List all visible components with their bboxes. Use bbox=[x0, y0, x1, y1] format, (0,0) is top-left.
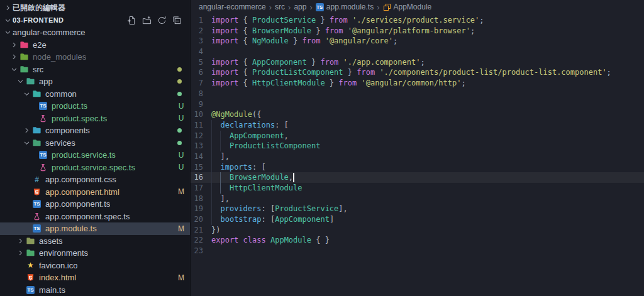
chevron-down-icon[interactable] bbox=[21, 89, 31, 99]
code-line-7[interactable]: 7import { HttpClientModule } from '@angu… bbox=[191, 78, 644, 89]
git-change-dot bbox=[177, 79, 182, 84]
chevron-slot bbox=[28, 113, 38, 123]
code-line-23[interactable]: 23 bbox=[191, 246, 644, 256]
chevron-right-icon[interactable] bbox=[15, 236, 25, 246]
tree-item-favicon.ico[interactable]: ★favicon.ico bbox=[0, 260, 190, 272]
tree-item-product.ts[interactable]: TSproduct.tsU bbox=[0, 100, 190, 112]
breadcrumb-label: src bbox=[275, 3, 285, 11]
chevron-right-icon[interactable] bbox=[15, 248, 25, 258]
tree-item-app[interactable]: app bbox=[0, 75, 190, 88]
tree-item-app.component.css[interactable]: #app.component.css bbox=[0, 173, 190, 186]
breadcrumb-item-app[interactable]: app bbox=[294, 3, 306, 11]
open-editors-header[interactable]: 已開啟的編輯器 bbox=[0, 1, 190, 14]
chevron-slot bbox=[15, 285, 25, 295]
tree-item-src[interactable]: src bbox=[0, 63, 190, 76]
code-line-14[interactable]: 14 ], bbox=[191, 151, 644, 162]
git-change-dot bbox=[177, 67, 182, 72]
git-status-badge: U bbox=[178, 163, 184, 172]
folder-icon bbox=[31, 138, 42, 148]
chevron-down-icon[interactable] bbox=[3, 28, 13, 38]
code-line-4[interactable]: 4 bbox=[191, 47, 644, 57]
tree-item-e2e[interactable]: e2e bbox=[0, 39, 190, 52]
indent-guide bbox=[211, 194, 212, 204]
code-line-16[interactable]: 16 BrowserModule, bbox=[191, 172, 644, 183]
tree-item-common[interactable]: common bbox=[0, 88, 190, 101]
tree-item-app.component.spec.ts[interactable]: app.component.spec.ts bbox=[0, 211, 190, 223]
code-line-13[interactable]: 13 ProductListComponent bbox=[191, 141, 644, 151]
class-symbol-icon bbox=[383, 3, 391, 11]
chevron-right-icon[interactable] bbox=[3, 3, 13, 13]
code-line-11[interactable]: 11 declarations: [ bbox=[191, 120, 644, 131]
line-text: import { AppComponent } from './app.comp… bbox=[211, 57, 644, 68]
indent-guide bbox=[211, 162, 212, 173]
tree-item-app.module.ts[interactable]: TSapp.module.tsM bbox=[0, 222, 190, 235]
chevron-down-icon[interactable] bbox=[3, 15, 13, 25]
code-area[interactable]: 1import { ProductService } from './servi… bbox=[191, 14, 644, 296]
tree-item-product.service.ts[interactable]: TSproduct.service.tsU bbox=[0, 149, 190, 162]
code-line-17[interactable]: 17 HttpClientModule bbox=[191, 183, 644, 194]
code-line-21[interactable]: 21}) bbox=[191, 225, 644, 236]
chevron-down-icon[interactable] bbox=[9, 64, 19, 74]
refresh-icon[interactable] bbox=[157, 15, 167, 26]
line-text: bootstrap: [AppComponent] bbox=[211, 214, 644, 225]
new-file-icon[interactable] bbox=[126, 15, 137, 26]
line-number: 7 bbox=[191, 78, 211, 89]
tree-item-environments[interactable]: environments bbox=[0, 247, 190, 260]
git-status-badge: U bbox=[178, 114, 184, 123]
chevron-slot bbox=[28, 162, 38, 172]
tree-item-angular-ecommerce[interactable]: angular-ecommerce bbox=[0, 26, 190, 39]
line-text: providers: [ProductService], bbox=[211, 204, 644, 214]
line-number: 15 bbox=[191, 162, 211, 173]
tree-item-label: components bbox=[45, 126, 90, 135]
line-text: import { BrowserModule } from '@angular/… bbox=[211, 26, 644, 36]
tree-item-app.component.html[interactable]: app.component.htmlM bbox=[0, 186, 190, 199]
code-line-2[interactable]: 2import { BrowserModule } from '@angular… bbox=[191, 26, 644, 36]
tree-item-node_modules[interactable]: node_modules bbox=[0, 51, 190, 63]
breadcrumb-item-AppModule[interactable]: AppModule bbox=[383, 3, 432, 11]
tree-item-assets[interactable]: assets bbox=[0, 235, 190, 248]
tree-item-components[interactable]: components bbox=[0, 124, 190, 137]
chevron-slot bbox=[21, 224, 31, 234]
chevron-slot bbox=[21, 187, 31, 197]
new-folder-icon[interactable] bbox=[142, 15, 152, 26]
code-line-8[interactable]: 8 bbox=[191, 89, 644, 99]
git-status-badge: M bbox=[178, 224, 184, 233]
breadcrumb-item-src[interactable]: src bbox=[275, 3, 285, 11]
code-line-15[interactable]: 15 imports: [ bbox=[191, 162, 644, 173]
line-text bbox=[211, 99, 644, 110]
tree-item-index.html[interactable]: index.htmlM bbox=[0, 271, 190, 284]
tree-item-main.ts[interactable]: TSmain.ts bbox=[0, 284, 190, 296]
line-number: 2 bbox=[191, 26, 211, 36]
chevron-right-icon[interactable] bbox=[9, 52, 19, 62]
chevron-down-icon[interactable] bbox=[21, 138, 31, 148]
tree-item-label: assets bbox=[39, 236, 63, 246]
code-line-1[interactable]: 1import { ProductService } from './servi… bbox=[191, 15, 644, 26]
code-line-3[interactable]: 3import { NgModule } from '@angular/core… bbox=[191, 36, 644, 47]
code-line-9[interactable]: 9 bbox=[191, 99, 644, 110]
code-line-18[interactable]: 18 ], bbox=[191, 194, 644, 204]
tree-item-label: app.component.spec.ts bbox=[45, 212, 130, 221]
chevron-down-icon[interactable] bbox=[15, 77, 25, 87]
code-line-5[interactable]: 5import { AppComponent } from './app.com… bbox=[191, 57, 644, 68]
code-line-19[interactable]: 19 providers: [ProductService], bbox=[191, 204, 644, 214]
code-line-10[interactable]: 10@NgModule({ bbox=[191, 109, 644, 120]
tree-item-label: product.service.spec.ts bbox=[52, 163, 135, 172]
line-number: 23 bbox=[191, 246, 211, 256]
line-number: 20 bbox=[191, 214, 211, 225]
tree-item-product.spec.ts[interactable]: product.spec.tsU bbox=[0, 112, 190, 125]
code-line-6[interactable]: 6import { ProductListComponent } from '.… bbox=[191, 67, 644, 78]
tree-item-app.component.ts[interactable]: TSapp.component.ts bbox=[0, 198, 190, 211]
code-line-22[interactable]: 22export class AppModule { } bbox=[191, 235, 644, 246]
breadcrumb-item-angular-ecommerce[interactable]: angular-ecommerce bbox=[199, 3, 266, 11]
project-section-header[interactable]: 03-FRONTEND bbox=[0, 14, 190, 26]
tree-item-product.service.spec.ts[interactable]: product.service.spec.tsU bbox=[0, 162, 190, 174]
breadcrumb-separator-icon: › bbox=[269, 3, 272, 12]
chevron-right-icon[interactable] bbox=[9, 40, 19, 50]
chevron-right-icon[interactable] bbox=[21, 126, 31, 136]
tree-item-services[interactable]: services bbox=[0, 137, 190, 150]
code-line-12[interactable]: 12 AppComponent, bbox=[191, 131, 644, 141]
line-text: @NgModule({ bbox=[211, 109, 644, 120]
collapse-all-icon[interactable] bbox=[172, 15, 182, 26]
breadcrumb-item-app.module.ts[interactable]: TSapp.module.ts bbox=[316, 3, 374, 11]
code-line-20[interactable]: 20 bootstrap: [AppComponent] bbox=[191, 214, 644, 225]
